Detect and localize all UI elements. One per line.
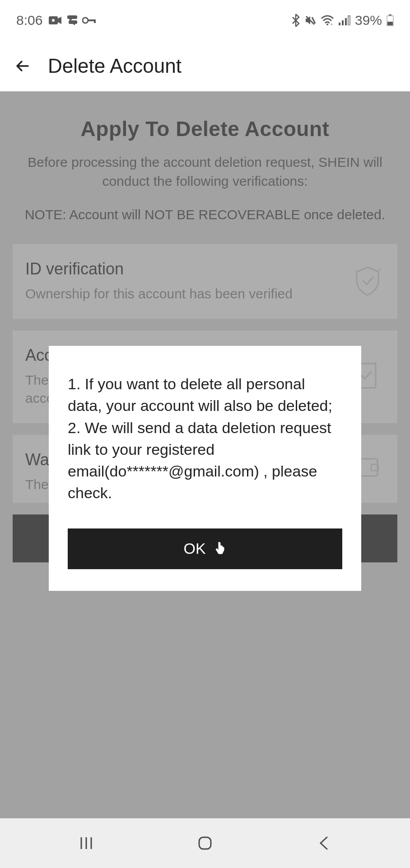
svg-point-2 <box>83 18 88 23</box>
svg-rect-16 <box>387 22 393 25</box>
system-nav-bar <box>0 818 410 868</box>
ok-button-label: OK <box>183 540 205 557</box>
back-arrow-icon[interactable] <box>14 57 32 75</box>
app-header: Delete Account <box>0 41 410 91</box>
status-right: + 39% <box>292 13 394 28</box>
svg-rect-22 <box>219 542 220 548</box>
status-left-icons <box>49 15 97 25</box>
bluetooth-icon <box>292 14 300 27</box>
modal-line1: 1. If you want to delete all personal da… <box>68 375 332 414</box>
ok-button[interactable]: OK <box>68 528 342 569</box>
modal-body-text: 1. If you want to delete all personal da… <box>68 373 342 504</box>
recent-apps-button[interactable] <box>75 832 97 854</box>
svg-rect-26 <box>199 837 211 849</box>
camera-icon <box>49 15 62 25</box>
cursor-icon <box>214 541 227 557</box>
battery-percent: 39% <box>355 13 382 28</box>
key-icon <box>82 16 97 24</box>
signal-icon <box>339 15 350 25</box>
svg-point-1 <box>52 19 55 22</box>
svg-rect-12 <box>345 18 347 25</box>
svg-rect-4 <box>94 19 96 23</box>
cast-icon <box>66 15 79 25</box>
battery-icon <box>387 14 394 26</box>
confirmation-modal: 1. If you want to delete all personal da… <box>49 346 361 591</box>
wifi-icon: + <box>321 15 334 26</box>
mute-icon <box>304 14 316 26</box>
home-button[interactable] <box>194 832 216 854</box>
svg-point-8 <box>326 24 328 25</box>
svg-rect-11 <box>342 20 344 25</box>
status-bar: 8:06 + 39% <box>0 0 410 41</box>
svg-rect-10 <box>339 23 340 25</box>
page-title: Delete Account <box>48 55 182 77</box>
svg-text:+: + <box>331 22 333 26</box>
modal-line2: 2. We will send a data deletion request … <box>68 419 331 502</box>
status-left: 8:06 <box>16 13 97 28</box>
svg-rect-13 <box>348 16 350 25</box>
status-time: 8:06 <box>16 13 42 28</box>
back-button[interactable] <box>313 832 335 854</box>
